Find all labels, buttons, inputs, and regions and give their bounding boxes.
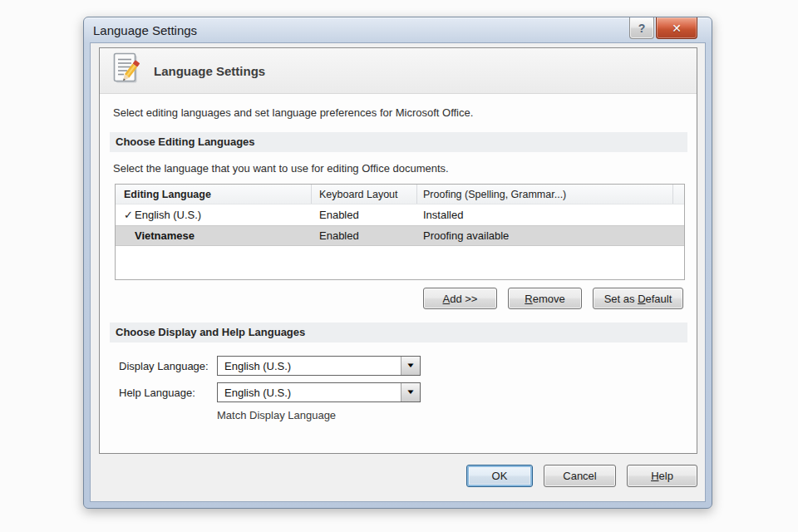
language-name: Vietnamese [135,229,195,242]
column-header-proofing: Proofing (Spelling, Grammar...) [417,185,673,204]
proofing-cell: Proofing available [417,229,673,242]
chevron-down-icon: ▼ [406,389,416,396]
document-pencil-icon [112,52,144,89]
main-panel: Language Settings Select editing languag… [99,47,697,454]
list-button-row: Add >> Remove Set as Default [113,288,683,309]
section-display-help-languages: Choose Display and Help Languages [110,323,687,342]
chevron-down-icon: ▼ [406,362,416,369]
list-header-row: Editing Language Keyboard Layout Proofin… [116,185,684,204]
titlebar-controls: ? ✕ [629,17,697,39]
language-settings-dialog: Language Settings ? ✕ [83,17,712,509]
section-editing-languages: Choose Editing Languages [110,132,687,152]
close-icon: ✕ [672,22,682,35]
display-language-row: Display Language: English (U.S.) ▼ [119,356,697,376]
footer-button-row: OK Cancel Help [91,451,705,501]
editing-hint-text: Select the language that you want to use… [113,162,683,175]
remove-button[interactable]: Remove [508,288,582,309]
close-button[interactable]: ✕ [656,17,697,39]
keyboard-cell: Enabled [312,209,417,221]
help-titlebar-button[interactable]: ? [629,17,654,39]
help-button[interactable]: Help [627,465,697,487]
set-as-default-button[interactable]: Set as Default [593,288,683,309]
default-checkmark-icon: ✓ [116,209,135,221]
proofing-cell: Installed [417,209,673,221]
language-cell: ✓ English (U.S.) [116,209,312,221]
list-item-english-us[interactable]: ✓ English (U.S.) Enabled Installed [116,204,684,225]
list-item-vietnamese[interactable]: Vietnamese Enabled Proofing available [116,225,684,246]
titlebar[interactable]: Language Settings [84,17,712,42]
column-header-keyboard-layout: Keyboard Layout [312,185,417,204]
window-title: Language Settings [93,23,197,37]
question-mark-icon: ? [638,22,646,35]
display-language-value: English (U.S.) [218,357,401,375]
dialog-client-area: Language Settings Select editing languag… [90,42,706,502]
help-language-dropdown[interactable]: English (U.S.) ▼ [217,382,421,402]
match-display-language-note: Match Display Language [217,409,697,421]
help-language-row: Help Language: English (U.S.) ▼ [119,382,697,402]
display-language-label: Display Language: [119,360,217,372]
language-cell: Vietnamese [116,229,312,242]
keyboard-cell: Enabled [312,229,417,242]
ok-button[interactable]: OK [466,465,533,487]
page-title: Language Settings [154,64,265,78]
help-language-dropdown-button[interactable]: ▼ [401,383,420,401]
cancel-button[interactable]: Cancel [544,465,616,487]
display-language-dropdown-button[interactable]: ▼ [401,357,420,375]
editing-languages-list[interactable]: Editing Language Keyboard Layout Proofin… [115,184,685,280]
help-language-label: Help Language: [119,387,217,399]
column-header-editing-language: Editing Language [116,185,312,204]
column-header-filler [673,185,684,204]
display-language-dropdown[interactable]: English (U.S.) ▼ [217,356,421,376]
help-language-value: English (U.S.) [218,383,401,401]
add-button[interactable]: Add >> [423,288,497,309]
intro-text: Select editing languages and set languag… [113,106,683,119]
language-name: English (U.S.) [135,209,201,221]
panel-header: Language Settings [100,48,697,94]
